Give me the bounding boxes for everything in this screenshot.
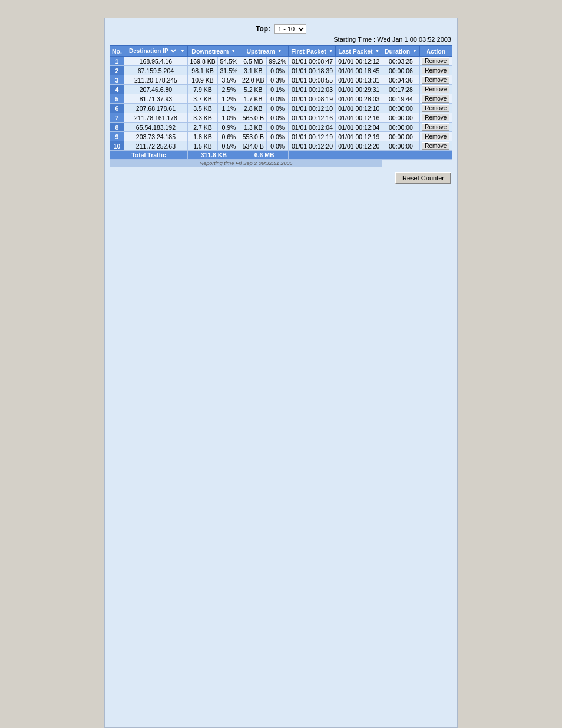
row-action-cell: Remove (419, 85, 452, 94)
row-first-packet: 01/01 00:12:10 (289, 104, 336, 113)
row-last-packet: 01/01 00:12:12 (336, 57, 382, 66)
reset-container: Reset Counter (110, 172, 452, 184)
row-action-cell: Remove (419, 141, 452, 151)
row-up-size: 5.2 KB (240, 85, 266, 94)
remove-button[interactable]: Remove (422, 104, 449, 112)
row-down-pct: 54.5% (218, 57, 240, 66)
outer-container: Top: 1 - 10 1 - 20 1 - 50 Starting Time … (0, 0, 562, 728)
table-row: 10211.72.252.631.5 KB0.5%534.0 B0.0%01/0… (110, 141, 452, 151)
starting-time: Starting Time : Wed Jan 1 00:03:52 2003 (110, 36, 452, 43)
destination-ip-select[interactable]: Destination IP Source IP (127, 47, 178, 55)
row-down-size: 7.9 KB (187, 85, 217, 94)
row-no: 3 (110, 75, 124, 85)
row-first-packet: 01/01 00:18:39 (289, 66, 336, 75)
table-row: 6207.68.178.613.5 KB1.1%2.8 KB0.0%01/01 … (110, 104, 452, 113)
row-action-cell: Remove (419, 123, 452, 132)
remove-button[interactable]: Remove (422, 76, 449, 84)
row-action-cell: Remove (419, 94, 452, 104)
remove-button[interactable]: Remove (422, 85, 449, 93)
row-duration: 00:17:28 (382, 85, 419, 94)
row-down-size: 3.5 KB (187, 104, 217, 113)
row-first-packet: 01/01 00:08:55 (289, 75, 336, 85)
row-no: 9 (110, 132, 124, 141)
remove-button[interactable]: Remove (422, 133, 449, 140)
col-duration[interactable]: Duration ▼ (382, 46, 419, 57)
row-up-pct: 0.3% (266, 75, 289, 85)
row-action-cell: Remove (419, 132, 452, 141)
remove-button[interactable]: Remove (422, 57, 449, 65)
row-up-size: 553.0 B (240, 132, 266, 141)
row-action-cell: Remove (419, 104, 452, 113)
row-action-cell: Remove (419, 66, 452, 75)
col-last-packet[interactable]: Last Packet ▼ (336, 46, 382, 57)
row-up-pct: 0.0% (266, 113, 289, 123)
row-down-pct: 0.5% (218, 141, 240, 151)
row-down-size: 3.7 KB (187, 94, 217, 104)
row-up-size: 1.7 KB (240, 94, 266, 104)
table-row: 267.159.5.20498.1 KB31.5%3.1 KB0.0%01/01… (110, 66, 452, 75)
top-bar: Top: 1 - 10 1 - 20 1 - 50 (110, 24, 452, 34)
row-down-size: 10.9 KB (187, 75, 217, 85)
row-last-packet: 01/01 00:18:45 (336, 66, 382, 75)
row-down-pct: 2.5% (218, 85, 240, 94)
row-ip: 207.46.6.80 (124, 85, 187, 94)
row-up-size: 565.0 B (240, 113, 266, 123)
remove-button[interactable]: Remove (422, 114, 449, 121)
first-packet-sort-icon: ▼ (329, 48, 333, 54)
row-last-packet: 01/01 00:12:04 (336, 123, 382, 132)
row-no: 1 (110, 57, 124, 66)
traffic-table: No. Destination IP Source IP ▼ Downstrea… (110, 45, 452, 167)
row-action-cell: Remove (419, 113, 452, 123)
row-ip: 81.71.37.93 (124, 94, 187, 104)
row-ip: 207.68.178.61 (124, 104, 187, 113)
row-duration: 00:00:00 (382, 123, 419, 132)
table-row: 1168.95.4.16169.8 KB54.5%6.5 MB99.2%01/0… (110, 57, 452, 66)
row-no: 7 (110, 113, 124, 123)
row-action-cell: Remove (419, 57, 452, 66)
row-up-size: 6.5 MB (240, 57, 266, 66)
row-last-packet: 01/01 00:28:03 (336, 94, 382, 104)
row-down-pct: 3.5% (218, 75, 240, 85)
row-duration: 00:00:00 (382, 141, 419, 151)
row-no: 8 (110, 123, 124, 132)
total-label: Total Traffic (110, 151, 188, 160)
row-first-packet: 01/01 00:08:19 (289, 94, 336, 104)
row-up-pct: 0.0% (266, 123, 289, 132)
row-down-size: 3.3 KB (187, 113, 217, 123)
remove-button[interactable]: Remove (422, 67, 449, 74)
row-no: 5 (110, 94, 124, 104)
row-last-packet: 01/01 00:13:31 (336, 75, 382, 85)
row-ip: 211.78.161.178 (124, 113, 187, 123)
row-up-size: 534.0 B (240, 141, 266, 151)
top-label: Top: (256, 25, 270, 33)
row-no: 6 (110, 104, 124, 113)
col-first-packet[interactable]: First Packet ▼ (289, 46, 336, 57)
row-down-pct: 31.5% (218, 66, 240, 75)
col-destination-ip[interactable]: Destination IP Source IP ▼ (124, 46, 187, 57)
row-first-packet: 01/01 00:12:20 (289, 141, 336, 151)
remove-button[interactable]: Remove (422, 123, 449, 131)
total-downstream: 311.8 KB (187, 151, 240, 160)
reset-counter-button[interactable]: Reset Counter (395, 172, 451, 184)
row-action-cell: Remove (419, 75, 452, 85)
row-first-packet: 01/01 00:08:47 (289, 57, 336, 66)
top-select[interactable]: 1 - 10 1 - 20 1 - 50 (274, 24, 306, 34)
col-upstream-size[interactable]: Upstream ▼ (240, 46, 289, 57)
row-last-packet: 01/01 00:12:10 (336, 104, 382, 113)
row-last-packet: 01/01 00:12:16 (336, 113, 382, 123)
dest-ip-sort-icon: ▼ (180, 48, 185, 54)
last-packet-sort-icon: ▼ (375, 48, 380, 54)
row-down-size: 169.8 KB (187, 57, 217, 66)
row-duration: 00:00:00 (382, 132, 419, 141)
remove-button[interactable]: Remove (422, 142, 449, 150)
row-down-pct: 1.2% (218, 94, 240, 104)
row-duration: 00:00:06 (382, 66, 419, 75)
row-up-size: 22.0 KB (240, 75, 266, 85)
row-first-packet: 01/01 00:12:03 (289, 85, 336, 94)
remove-button[interactable]: Remove (422, 95, 449, 103)
row-up-pct: 0.0% (266, 104, 289, 113)
total-upstream: 6.6 MB (240, 151, 289, 160)
row-up-pct: 0.0% (266, 132, 289, 141)
table-row: 581.71.37.933.7 KB1.2%1.7 KB0.0%01/01 00… (110, 94, 452, 104)
col-downstream-size[interactable]: Downstream ▼ (187, 46, 240, 57)
